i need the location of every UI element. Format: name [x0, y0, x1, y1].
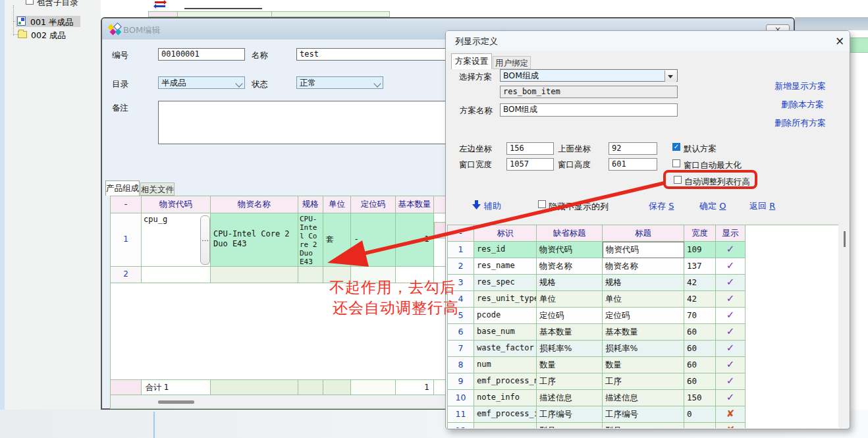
visible-toggle[interactable]: ✓	[716, 341, 746, 357]
field-id: emf_process_name	[474, 373, 537, 390]
save-link[interactable]: 保存 S	[649, 200, 674, 212]
config-row[interactable]: 10 note_info 描述信息 描述信息 150 ✓	[448, 390, 746, 406]
title-cell[interactable]: 定位码	[603, 308, 684, 324]
visible-toggle[interactable]: ✓	[716, 390, 746, 406]
tab-product-composition[interactable]: 产品组成	[105, 180, 140, 196]
return-link[interactable]: 返回 R	[749, 200, 775, 212]
annotation-line-2: 还会自动调整行高	[333, 298, 459, 318]
tab-related-files[interactable]: 相关文件	[140, 182, 175, 196]
col-header-title[interactable]: 标题	[603, 225, 684, 242]
col-header-spec[interactable]: 规格	[298, 196, 323, 213]
scrollbar-thumb[interactable]	[158, 400, 194, 404]
tab-user-binding[interactable]: 用户绑定	[493, 56, 531, 69]
close-icon: ×	[835, 34, 844, 47]
row-number: 1	[448, 242, 474, 258]
col-header-show[interactable]: 显示	[716, 225, 746, 242]
dropdown-button[interactable]	[665, 70, 676, 82]
visible-toggle[interactable]: ✓	[716, 357, 746, 373]
delete-all-schemes-link[interactable]: 删除所有方案	[774, 117, 826, 129]
scheme-select[interactable]: BOM组成	[500, 69, 678, 82]
config-row[interactable]: 11 emf_process_id 工序编号 工序编号 0 ✘	[448, 406, 746, 423]
default-scheme-checkbox[interactable]: ✓	[672, 143, 680, 151]
config-row[interactable]: 3 res_spec 规格 规格 42 ✓	[448, 275, 746, 291]
title-cell[interactable]: 单位	[603, 291, 684, 308]
assist-link[interactable]: 辅助	[484, 200, 501, 212]
title-cell[interactable]: 基本数量	[603, 324, 684, 341]
sync-arrows-icon[interactable]	[153, 0, 167, 9]
visible-toggle[interactable]: ✓	[716, 258, 746, 275]
product-folder-icon	[18, 31, 27, 38]
config-row[interactable]: 6 base_num 基本数量 基本数量 60 ✓	[448, 324, 746, 341]
hide-hidden-columns-checkbox[interactable]	[538, 200, 546, 208]
config-row[interactable]: 2 res_name 物资名称 物资名称 137 ✓	[448, 258, 746, 275]
config-row[interactable]: 4 res_unit_type 单位 单位 42 ✓	[448, 291, 746, 308]
vertical-scrollbar[interactable]	[839, 225, 850, 427]
col-header-res-code[interactable]: 物资代码	[142, 196, 211, 213]
config-row[interactable]: 1 res_id 物资代码 物资代码 109 ✓	[448, 242, 746, 258]
col-header-base-num[interactable]: 基本数量	[396, 196, 434, 213]
visible-toggle[interactable]: ✓	[716, 242, 746, 258]
col-header-pcode[interactable]: 定位码	[351, 196, 396, 213]
col-header-default-title[interactable]: 缺省标题	[537, 225, 603, 242]
note-textarea[interactable]	[158, 101, 469, 144]
visible-toggle[interactable]: ✓	[716, 291, 746, 308]
ok-link[interactable]: 确定 O	[699, 200, 726, 212]
title-cell[interactable]: 型号	[603, 423, 684, 428]
title-cell[interactable]: 描述信息	[603, 390, 684, 406]
catalog-select[interactable]: 半成品	[158, 76, 245, 89]
horizontal-scrollbar[interactable]	[111, 395, 447, 409]
title-cell[interactable]: 工序编号	[603, 406, 684, 423]
config-row[interactable]: 12 型号 型号 ✘	[448, 423, 746, 428]
title-cell[interactable]: 工序	[603, 373, 684, 390]
title-cell[interactable]: 数量	[603, 357, 684, 373]
config-row[interactable]: 9 emf_process_name 工序 工序 60 ✓	[448, 373, 746, 390]
col-header-res-name[interactable]: 物资名称	[211, 196, 298, 213]
left-edge-strip	[0, 0, 5, 438]
window-width-label: 窗口宽度	[459, 159, 492, 171]
title-edit-cell[interactable]: 物资代码	[603, 242, 684, 258]
lookup-ellipsis-button[interactable]: …	[200, 215, 210, 265]
col-header-rowmark[interactable]: -	[448, 225, 474, 242]
width-value: 137	[684, 258, 716, 275]
include-subdir-checkbox[interactable]	[26, 0, 34, 5]
tree-item-product[interactable]: 002 成品	[31, 30, 66, 41]
tab-scheme-settings[interactable]: 方案设置	[451, 53, 492, 69]
code-input[interactable]: 00100001	[158, 48, 245, 61]
catalog-value: 半成品	[161, 78, 186, 88]
col-header-width[interactable]: 宽度	[684, 225, 716, 242]
visible-toggle[interactable]: ✓	[716, 373, 746, 390]
visible-toggle[interactable]: ✓	[716, 324, 746, 341]
config-row[interactable]: 7 waste_factor 损耗率% 损耗率% 60 ✓	[448, 341, 746, 357]
column-dialog-titlebar[interactable]: 列显示定义 ×	[446, 31, 850, 51]
close-button[interactable]: ×	[832, 34, 848, 49]
title-cell[interactable]: 物资名称	[603, 258, 684, 275]
visible-toggle[interactable]: ✘	[716, 423, 746, 428]
col-header-unit[interactable]: 单位	[323, 196, 351, 213]
col-header-rowmark[interactable]: -	[111, 196, 142, 213]
add-scheme-link[interactable]: 新增显示方案	[774, 80, 826, 92]
default-title: 定位码	[537, 308, 603, 324]
visible-toggle[interactable]: ✓	[716, 308, 746, 324]
scheme-name-input[interactable]: BOM组成	[500, 103, 678, 117]
default-title: 物资名称	[537, 258, 603, 275]
left-coord-input[interactable]: 156	[506, 142, 554, 155]
top-coord-input[interactable]: 92	[609, 142, 657, 155]
spec-cell	[298, 267, 323, 283]
bom-row-1[interactable]: 1 cpu_g … CPU-Intel Core 2 Duo E43 CPU-I…	[111, 213, 447, 267]
window-height-input[interactable]: 601	[609, 158, 657, 171]
window-width-input[interactable]: 1057	[506, 158, 554, 171]
field-id: res_unit_type	[474, 291, 537, 308]
visible-toggle[interactable]: ✘	[716, 406, 746, 423]
tree-item-semi-product[interactable]: 001 半成品	[30, 17, 73, 28]
config-row[interactable]: 8 num 数量 数量 60 ✓	[448, 357, 746, 373]
status-select[interactable]: 正常	[296, 76, 383, 89]
col-header-identifier[interactable]: 标识	[474, 225, 537, 242]
config-row[interactable]: 5 pcode 定位码 定位码 70 ✓	[448, 308, 746, 324]
title-cell[interactable]: 损耗率%	[603, 341, 684, 357]
default-title: 损耗率%	[537, 341, 603, 357]
delete-scheme-link[interactable]: 删除本方案	[781, 99, 824, 111]
auto-maximize-checkbox[interactable]	[672, 159, 680, 167]
title-cell[interactable]: 规格	[603, 275, 684, 291]
scrollbar-thumb[interactable]	[844, 231, 846, 247]
visible-toggle[interactable]: ✓	[716, 275, 746, 291]
